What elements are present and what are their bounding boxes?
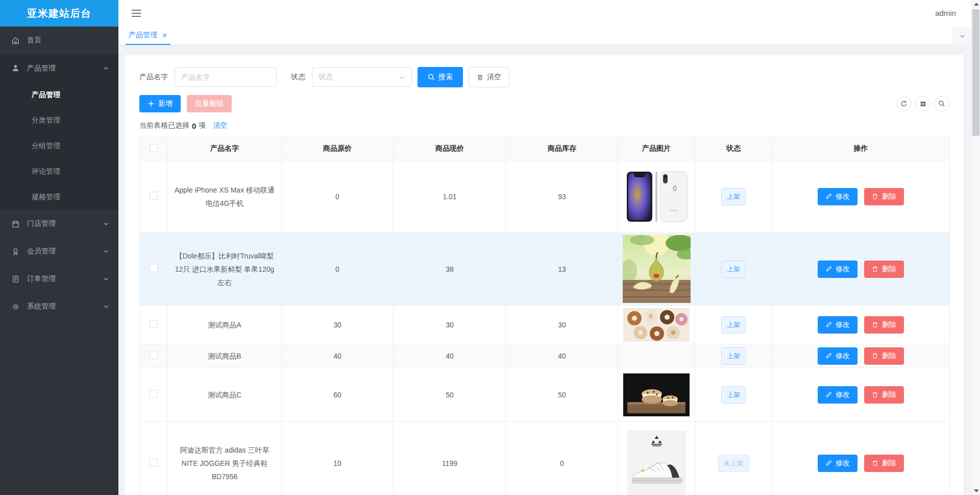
stock: 40: [506, 344, 618, 368]
row-checkbox[interactable]: [150, 320, 158, 328]
order-icon: [11, 275, 20, 284]
refresh-icon[interactable]: [896, 96, 912, 111]
top-header: admin: [118, 0, 971, 27]
product-image-empty: [618, 344, 695, 368]
product-name: 测试商品B: [168, 344, 282, 368]
delete-button-label: 删除: [882, 265, 896, 274]
toolbar-row: 新增 批量删除: [139, 95, 949, 112]
add-button[interactable]: 新增: [139, 95, 181, 112]
edit-button[interactable]: 修改: [818, 386, 857, 404]
col-header-image: 产品图片: [618, 137, 695, 160]
zoom-search-icon[interactable]: [934, 96, 949, 111]
select-all-checkbox[interactable]: [150, 144, 158, 152]
app-logo: 亚米建站后台: [0, 0, 118, 27]
edit-icon: [825, 352, 832, 359]
search-button-label: 搜索: [438, 73, 453, 82]
tab-product-management[interactable]: 产品管理 ✕: [126, 27, 170, 45]
sidebar-item-label: 门店管理: [27, 219, 103, 228]
sidebar-subitem-group-management[interactable]: 分组管理: [0, 133, 118, 159]
table-row: 测试商品B 40 40 40 上架 修改 删除: [140, 344, 950, 368]
table-header-row: 产品名字 商品原价 商品现价 商品库存 产品图片 状态 操作: [140, 137, 950, 160]
col-header-actions: 操作: [772, 137, 950, 160]
selection-clear-link[interactable]: 清空: [213, 121, 227, 130]
table-row: 【Dole都乐】比利时Truval啤梨12只 进口水果新鲜梨 单果120g左右 …: [140, 233, 950, 305]
scroll-down-arrow-icon[interactable]: [974, 489, 979, 492]
edit-button[interactable]: 修改: [818, 455, 857, 472]
sidebar-item-system-management[interactable]: 系统管理: [0, 293, 118, 320]
edit-button[interactable]: 修改: [818, 261, 857, 278]
row-checkbox[interactable]: [150, 351, 158, 359]
row-checkbox[interactable]: [150, 264, 158, 272]
sidebar-subitem-spec-management[interactable]: 规格管理: [0, 184, 118, 210]
row-checkbox[interactable]: [150, 458, 158, 466]
delete-button[interactable]: 删除: [864, 188, 904, 205]
row-checkbox[interactable]: [150, 390, 158, 398]
product-name: 测试商品A: [168, 305, 282, 344]
edit-button[interactable]: 修改: [818, 188, 857, 205]
status-select[interactable]: 状态: [312, 67, 412, 87]
filter-row: 产品名字 状态 状态 搜索 清空: [139, 67, 949, 87]
col-header-current-price: 商品现价: [394, 137, 506, 160]
product-name: 阿迪达斯官方 adidas 三叶草 NITE JOGGER 男子经典鞋BD795…: [168, 422, 282, 495]
sidebar-item-store-management[interactable]: 门店管理: [0, 210, 118, 238]
edit-button-label: 修改: [836, 351, 850, 361]
edit-icon: [825, 460, 832, 466]
table-row: Apple iPhone XS Max 移动联通电信4G手机 0 1.01 93: [140, 160, 950, 233]
scrollbar-thumb[interactable]: [972, 9, 979, 136]
hamburger-menu-icon[interactable]: [131, 8, 142, 19]
tab-list-dropdown[interactable]: [953, 27, 971, 45]
product-name: 【Dole都乐】比利时Truval啤梨12只 进口水果新鲜梨 单果120g左右: [168, 233, 282, 305]
close-icon[interactable]: ✕: [162, 32, 167, 39]
edit-button[interactable]: 修改: [818, 316, 857, 334]
edit-button-label: 修改: [836, 390, 850, 399]
delete-button[interactable]: 删除: [864, 455, 904, 472]
search-button[interactable]: 搜索: [418, 67, 463, 87]
clear-button[interactable]: 清空: [469, 67, 509, 87]
status-badge: 上架: [721, 386, 746, 404]
delete-button[interactable]: 删除: [864, 386, 904, 404]
product-image-donuts: [622, 308, 691, 342]
batch-delete-button[interactable]: 批量删除: [187, 95, 232, 112]
delete-button-label: 删除: [882, 351, 896, 361]
current-price: 1.01: [394, 160, 506, 233]
sidebar-item-member-management[interactable]: 会员管理: [0, 238, 118, 265]
user-menu[interactable]: admin: [935, 0, 956, 27]
system-icon: [11, 302, 20, 311]
sidebar-item-home[interactable]: 首页: [0, 27, 118, 54]
row-checkbox[interactable]: [150, 192, 158, 200]
sidebar-subitem-comment-management[interactable]: 评论管理: [0, 159, 118, 184]
current-price: 40: [394, 344, 506, 368]
edit-button[interactable]: 修改: [818, 347, 857, 365]
sidebar-subitem-category-management[interactable]: 分类管理: [0, 108, 118, 133]
sidebar-subitem-label: 规格管理: [32, 193, 60, 202]
stock: 0: [506, 422, 618, 495]
trash-icon: [477, 74, 483, 81]
status-select-placeholder: 状态: [318, 73, 399, 82]
scroll-up-arrow-icon[interactable]: [974, 3, 979, 6]
sidebar-item-order-management[interactable]: 订单管理: [0, 265, 118, 293]
product-image-iphone-pair: iPhone: [622, 169, 691, 225]
chevron-down-icon: [399, 74, 405, 81]
product-card: 产品名字 状态 状态 搜索 清空: [125, 55, 964, 495]
sidebar-item-label: 首页: [27, 36, 109, 45]
delete-button[interactable]: 删除: [864, 261, 904, 278]
delete-icon: [872, 391, 878, 398]
sidebar-item-product-management[interactable]: 产品管理: [0, 54, 118, 82]
edit-icon: [825, 391, 832, 398]
product-name-input[interactable]: [175, 67, 277, 87]
edit-button-label: 修改: [836, 265, 850, 274]
edit-icon: [825, 193, 832, 200]
sidebar-item-label: 系统管理: [27, 302, 103, 311]
edit-button-label: 修改: [836, 320, 850, 329]
sidebar: 亚米建站后台 首页 产品管理 产品管理 分类管理 分组管理 评论管理 规格管理 …: [0, 0, 118, 495]
stock: 93: [506, 160, 618, 233]
table-row: 阿迪达斯官方 adidas 三叶草 NITE JOGGER 男子经典鞋BD795…: [140, 422, 950, 495]
delete-button[interactable]: 删除: [864, 347, 904, 365]
selection-count: 0: [192, 122, 196, 130]
vertical-scrollbar[interactable]: [971, 0, 980, 495]
density-grid-icon[interactable]: [915, 96, 930, 111]
stock: 30: [506, 305, 618, 344]
table-row: 测试商品A 30 30 30: [140, 305, 950, 344]
sidebar-subitem-product-management[interactable]: 产品管理: [0, 82, 118, 108]
delete-button[interactable]: 删除: [864, 316, 904, 334]
